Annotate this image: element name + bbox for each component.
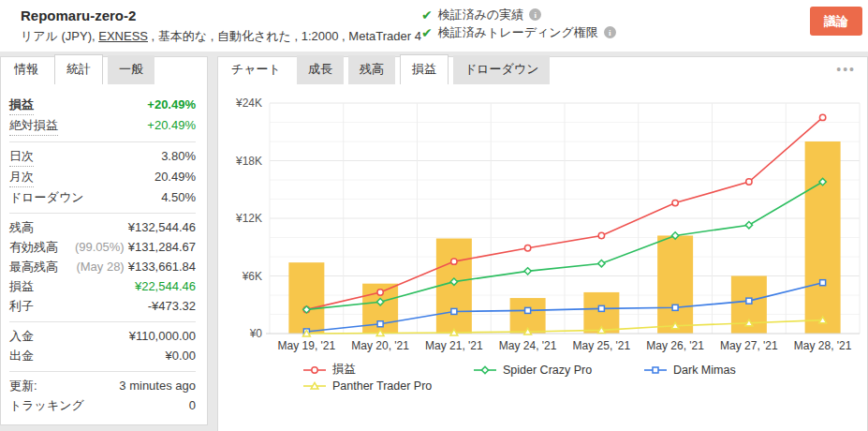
page-header: Repomaru-zero-2 リアル (JPY), EXNESS , 基本的な… bbox=[0, 0, 868, 52]
x-axis-label: May 19, '21 bbox=[278, 339, 336, 352]
chart-panel: チャート 成長残高損益ドローダウン ••• ¥0¥6K¥12K¥18K¥24KM… bbox=[217, 56, 868, 431]
sidebar-tab-統計[interactable]: 統計 bbox=[54, 54, 103, 84]
sidebar-tab-一般[interactable]: 一般 bbox=[108, 55, 154, 84]
stat-value-text: 3 minutes ago bbox=[119, 379, 196, 393]
data-point-circle[interactable] bbox=[377, 290, 383, 295]
data-point-square[interactable] bbox=[451, 308, 457, 314]
stat-value-text: ¥110,000.00 bbox=[129, 329, 196, 343]
stat-value: +20.49% bbox=[147, 95, 196, 114]
verified-badges: ✔検証済みの実績i✔検証済みトレーディング権限i bbox=[421, 6, 616, 41]
stats-sidebar: 情報統計一般 損益+20.49%絶対損益+20.49%日次3.80%月次20.4… bbox=[0, 56, 208, 425]
stat-value: ¥132,544.46 bbox=[128, 217, 196, 237]
stat-label: 絶対損益 bbox=[9, 115, 58, 136]
stat-row: 利子-¥473.32 bbox=[9, 296, 196, 316]
chart-tab-ドローダウン[interactable]: ドローダウン bbox=[453, 55, 551, 84]
data-point-circle[interactable] bbox=[746, 179, 752, 185]
stat-value: ¥110,000.00 bbox=[129, 326, 196, 346]
x-axis-label: May 20, '21 bbox=[351, 339, 409, 352]
stat-group: 残高¥132,544.46有効残高(99.05%)¥131,284.67最高残高… bbox=[9, 213, 196, 321]
stat-value-muted: (99.05%) bbox=[75, 240, 125, 254]
legend-item-損益[interactable]: 損益 bbox=[302, 362, 473, 378]
stat-value-text: 0 bbox=[189, 398, 196, 412]
data-point-square[interactable] bbox=[653, 367, 658, 373]
data-point-circle[interactable] bbox=[672, 200, 678, 205]
discuss-button[interactable]: 議論 bbox=[810, 7, 862, 36]
chart-legend: 損益Spider Crazy ProDark MimasPanther Trad… bbox=[302, 362, 838, 394]
chart-tab-残高[interactable]: 残高 bbox=[348, 55, 395, 84]
chart-panel-label: チャート bbox=[226, 55, 292, 84]
info-icon[interactable]: i bbox=[529, 8, 541, 21]
stat-value-text: ¥133,661.84 bbox=[128, 260, 196, 274]
stat-row: ドローダウン4.50% bbox=[9, 187, 196, 207]
chart-tab-損益[interactable]: 損益 bbox=[400, 54, 449, 84]
data-point-square[interactable] bbox=[377, 321, 383, 327]
sidebar-tab-情報[interactable]: 情報 bbox=[8, 55, 50, 84]
profit-chart: ¥0¥6K¥12K¥18K¥24KMay 19, '21May 20, '21M… bbox=[218, 85, 868, 376]
verified-label: 検証済みの実績 bbox=[438, 7, 524, 23]
stat-row: トラッキング0 bbox=[9, 395, 196, 415]
stat-row: 更新:3 minutes ago bbox=[9, 376, 196, 395]
data-point-diamond[interactable] bbox=[524, 268, 531, 275]
stat-value-text: ¥22,544.46 bbox=[135, 279, 196, 293]
stat-label: 残高 bbox=[9, 217, 34, 237]
stat-value-text: ¥0.00 bbox=[165, 349, 196, 363]
chart-tab-成長[interactable]: 成長 bbox=[297, 55, 344, 84]
legend-marker-icon bbox=[302, 380, 327, 392]
stat-row: 最高残高(May 28)¥133,661.84 bbox=[9, 257, 196, 276]
data-point-square[interactable] bbox=[598, 305, 604, 311]
data-point-circle[interactable] bbox=[819, 114, 825, 120]
data-point-square[interactable] bbox=[820, 280, 826, 286]
stat-label: 月次 bbox=[9, 167, 34, 187]
y-axis-label: ¥6K bbox=[242, 270, 262, 283]
verified-badge: ✔検証済みトレーディング権限i bbox=[421, 23, 616, 41]
info-icon[interactable]: i bbox=[604, 26, 616, 38]
legend-item-Spider Crazy Pro[interactable]: Spider Crazy Pro bbox=[473, 362, 643, 378]
subtitle-pre: リアル (JPY), bbox=[21, 29, 98, 43]
data-point-circle[interactable] bbox=[598, 232, 604, 238]
data-point-square[interactable] bbox=[746, 298, 752, 304]
data-point-diamond[interactable] bbox=[745, 221, 752, 228]
stat-group: 損益+20.49%絶対損益+20.49% bbox=[9, 91, 196, 141]
stat-group: 更新:3 minutes agoトラッキング0 bbox=[9, 371, 196, 421]
x-axis-label: May 28, '21 bbox=[794, 339, 852, 352]
data-point-square[interactable] bbox=[525, 307, 531, 313]
stat-label: 利子 bbox=[9, 296, 34, 316]
legend-marker-icon bbox=[643, 364, 668, 376]
data-point-triangle[interactable] bbox=[311, 382, 318, 389]
stat-value-text: ¥132,544.46 bbox=[128, 220, 196, 234]
more-menu-icon[interactable]: ••• bbox=[836, 62, 856, 77]
daily-profit-bar[interactable] bbox=[805, 141, 841, 334]
legend-item-Panther Trader Pro[interactable]: Panther Trader Pro bbox=[302, 378, 473, 394]
data-point-circle[interactable] bbox=[451, 259, 457, 264]
x-axis-label: May 21, '21 bbox=[425, 339, 483, 352]
sidebar-tabs: 情報統計一般 bbox=[1, 57, 207, 84]
stat-label: 損益 bbox=[9, 276, 34, 296]
data-point-square[interactable] bbox=[672, 305, 678, 310]
legend-item-Dark Mimas[interactable]: Dark Mimas bbox=[643, 362, 814, 378]
stat-value: 3.80% bbox=[161, 146, 196, 166]
stat-value-text: -¥473.32 bbox=[148, 299, 196, 313]
stat-value: (99.05%)¥131,284.67 bbox=[75, 237, 196, 257]
legend-marker-icon bbox=[473, 364, 497, 376]
stat-row: 入金¥110,000.00 bbox=[9, 326, 196, 346]
data-point-circle[interactable] bbox=[312, 366, 317, 372]
stat-label: トラッキング bbox=[9, 395, 84, 415]
data-point-diamond[interactable] bbox=[598, 260, 605, 266]
stat-label: 入金 bbox=[9, 326, 34, 346]
verified-label: 検証済みトレーディング権限 bbox=[438, 24, 598, 41]
signal-title: Repomaru-zero-2 bbox=[21, 7, 136, 23]
stat-row: 日次3.80% bbox=[9, 146, 196, 167]
data-point-diamond[interactable] bbox=[481, 366, 488, 373]
stat-label: 日次 bbox=[9, 146, 34, 167]
stat-value: 20.49% bbox=[154, 167, 196, 186]
legend-marker-icon bbox=[302, 364, 327, 376]
daily-profit-bar[interactable] bbox=[657, 235, 693, 334]
stat-value-muted: (May 28) bbox=[76, 260, 124, 274]
stat-value-text: 4.50% bbox=[161, 190, 196, 204]
stat-label: 最高残高 bbox=[9, 257, 58, 276]
y-axis-label: ¥24K bbox=[235, 97, 262, 110]
data-point-circle[interactable] bbox=[524, 245, 530, 251]
broker-link[interactable]: EXNESS bbox=[98, 29, 148, 43]
daily-profit-bar[interactable] bbox=[288, 262, 324, 334]
stat-row: 出金¥0.00 bbox=[9, 346, 196, 365]
